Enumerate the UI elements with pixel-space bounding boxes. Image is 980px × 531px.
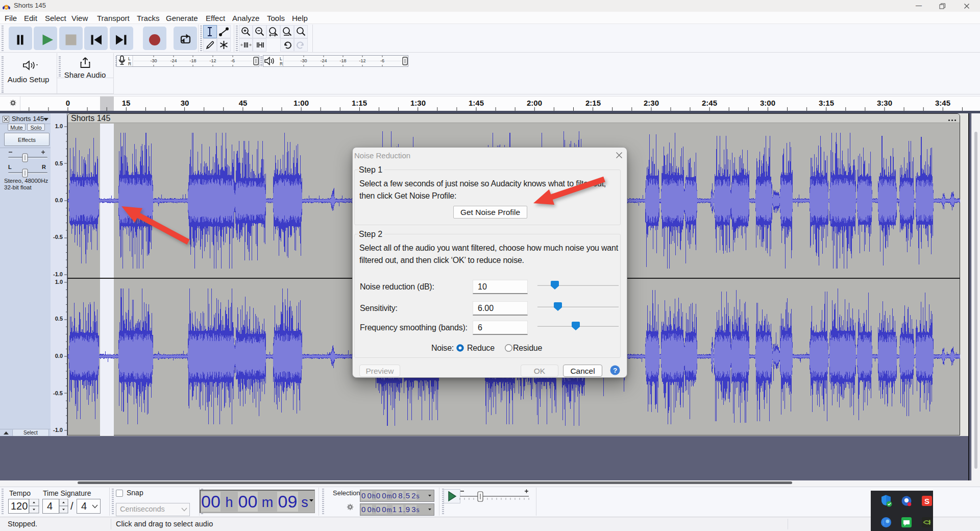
svg-text:S: S [924, 497, 929, 505]
svg-text:?: ? [613, 367, 617, 374]
